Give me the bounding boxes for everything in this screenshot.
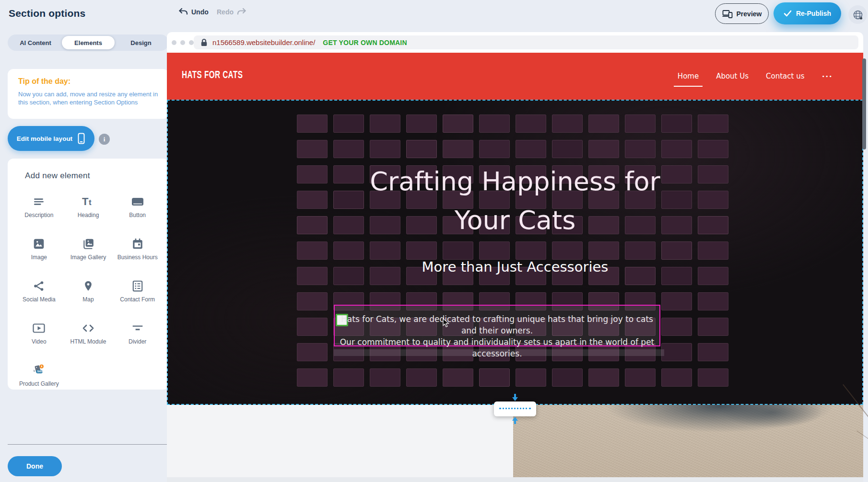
done-button[interactable]: Done [8,456,62,476]
wall-tile [516,368,546,387]
site-preview-window: n1566589.websitebuilder.online/ GET YOUR… [167,32,863,482]
nav-home[interactable]: Home [678,72,699,80]
wall-tile [479,115,510,133]
element-business-hours[interactable]: Business Hours [113,233,162,271]
wall-tile [625,241,656,260]
svg-text:t: t [89,198,92,207]
video-icon [32,321,46,335]
nav-about-us[interactable]: About Us [716,72,749,80]
wall-tile [516,241,546,260]
republish-button[interactable]: Re-Publish [774,2,841,24]
redo-button[interactable]: Redo [217,8,246,16]
wall-tile [698,318,728,336]
wall-tile [588,368,619,387]
svg-text:T: T [82,195,89,207]
nav-more-button[interactable]: ••• [822,73,833,80]
element-divider[interactable]: Divider [113,318,162,355]
wall-tile [333,140,364,158]
undo-label: Undo [191,8,209,16]
tab-design[interactable]: Design [115,36,167,49]
get-domain-link[interactable]: GET YOUR OWN DOMAIN [323,39,407,46]
tip-body: Now you can add, move and resize any ele… [18,90,158,106]
wall-tile [333,368,364,387]
floor-crack-line [856,431,868,481]
wall-tile [370,241,400,260]
redo-icon [237,8,246,16]
site-nav: Home About Us Contact us ••• [678,53,833,100]
wall-tile [406,368,437,387]
app-root: Section options Undo Redo Preview Re-Pub… [0,0,868,482]
floor-image [513,405,863,482]
wall-tile [297,292,328,310]
wall-tile [552,368,583,387]
element-map[interactable]: Map [64,275,113,313]
browser-chrome: n1566589.websitebuilder.online/ GET YOUR… [167,32,863,53]
element-social-media[interactable]: Social Media [14,275,64,313]
element-product-gallery[interactable]: SHOP Product Gallery [14,360,64,397]
wall-tile [297,140,328,158]
element-description[interactable]: Description [14,191,64,229]
wall-tile [552,115,583,133]
site-header: HATS FOR CATS Home About Us Contact us •… [167,53,863,100]
wall-tile [661,140,692,158]
element-image[interactable]: Image [14,233,64,271]
edit-mobile-layout-button[interactable]: Edit mobile layout [8,126,94,151]
hero-section-selected[interactable]: Crafting Happiness for Your Cats More th… [167,100,863,405]
wall-tile [370,368,400,387]
wall-tile [516,115,546,133]
wall-tile [661,292,692,310]
site-logo: HATS FOR CATS [182,69,243,81]
description-icon [32,195,46,208]
wall-tile [625,368,656,387]
element-heading[interactable]: Tt Heading [64,191,113,229]
wall-tile [479,140,510,158]
wall-tile [333,115,364,133]
wall-tile [443,140,473,158]
page-scrollbar-thumb[interactable] [862,58,866,149]
undo-button[interactable]: Undo [178,8,209,16]
element-image-gallery[interactable]: Image Gallery [64,233,113,271]
lock-icon [200,38,208,46]
element-button[interactable]: Button [113,191,162,229]
hero-subheading[interactable]: More than Just Accessories [168,259,862,275]
wall-tile [698,115,728,133]
element-html-module[interactable]: HTML Module [64,318,113,355]
nav-active-underline [674,86,703,87]
nav-contact-us[interactable]: Contact us [766,72,804,80]
element-grid: Description Tt Heading Button Image [14,191,162,397]
site-url: n1566589.websitebuilder.online/ [212,38,315,46]
hero-heading[interactable]: Crafting Happiness for Your Cats [168,162,862,240]
tab-elements[interactable]: Elements [62,36,115,49]
element-contact-form[interactable]: Contact Form [113,275,162,313]
address-bar[interactable]: n1566589.websitebuilder.online/ GET YOUR… [194,35,858,49]
wall-tile [661,343,692,361]
section-resize-handle[interactable] [494,402,536,416]
wall-tile [588,140,619,158]
wall-tile [516,140,546,158]
check-icon [784,10,792,17]
element-video[interactable]: Video [14,318,64,355]
button-icon [131,195,144,208]
devices-icon [722,10,733,18]
selected-text-element[interactable]: Hats for Cats, we are dedicated to craft… [334,305,660,346]
info-button[interactable]: i [99,134,110,145]
business-hours-icon [131,237,144,251]
wall-tile [588,241,619,260]
preview-button[interactable]: Preview [715,3,769,24]
wall-tile [297,343,328,361]
wall-tile [443,115,473,133]
traffic-dots [172,40,194,45]
edit-mobile-label: Edit mobile layout [17,135,72,142]
wall-tile [661,115,692,133]
wall-tile [588,115,619,133]
language-globe-button[interactable] [848,5,867,24]
wall-tile [661,318,692,336]
traffic-dot [180,40,185,45]
wall-tile [698,368,728,387]
traffic-dot [189,40,194,45]
social-media-icon [32,279,46,293]
wall-tile [297,318,328,336]
wall-tile [625,140,656,158]
tab-ai-content[interactable]: AI Content [9,36,62,49]
arrow-down-icon [512,397,518,401]
